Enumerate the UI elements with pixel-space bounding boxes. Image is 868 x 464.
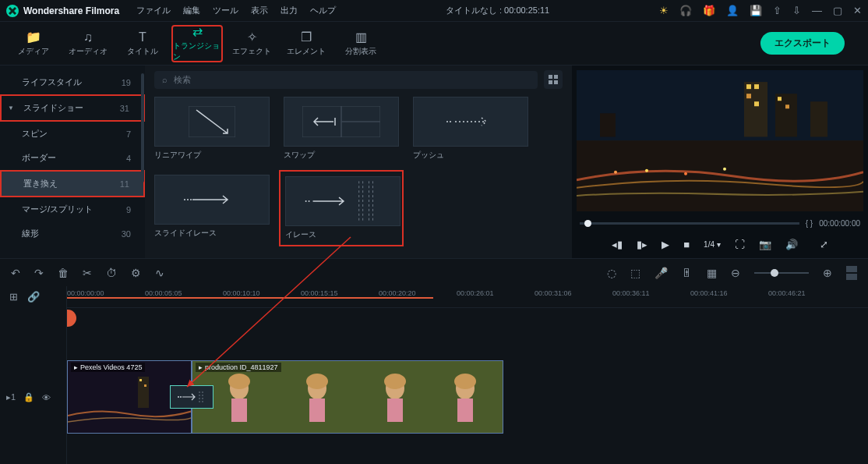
sidebar-scrollbar[interactable] <box>141 73 144 182</box>
thumb-push[interactable]: プッシュ <box>413 97 528 161</box>
ruler-tick: 00:00:15:15 <box>301 289 338 297</box>
tl-layout-icon[interactable]: ⊞ <box>9 291 18 303</box>
mic-icon[interactable]: 🎤 <box>655 267 668 279</box>
time-ruler[interactable]: 00:00:00:0000:00:05:0500:00:10:1000:00:1… <box>67 286 868 308</box>
mixer-icon[interactable]: 🎚 <box>682 267 693 279</box>
cat-replace[interactable]: 置き換え11 <box>0 170 145 197</box>
user-icon[interactable]: 👤 <box>726 5 739 16</box>
menu-file[interactable]: ファイル <box>136 5 171 16</box>
grid-view-toggle[interactable] <box>544 70 563 89</box>
redo-icon[interactable]: ↷ <box>34 267 44 279</box>
thumb-swap[interactable]: スワップ <box>284 97 399 161</box>
volume-icon[interactable]: 🔊 <box>785 239 798 250</box>
cat-slideshow[interactable]: スライドショー31 <box>0 94 145 122</box>
zoom-slider[interactable] <box>754 272 809 274</box>
delete-icon[interactable]: 🗑 <box>58 267 69 279</box>
sun-icon[interactable]: ☀ <box>659 5 669 16</box>
zoom-in-icon[interactable]: ⊕ <box>823 267 832 279</box>
titlebar-actions: ☀ 🎧 🎁 👤 💾 ⇧ ⇩ — ▢ ✕ <box>659 5 862 16</box>
svg-rect-30 <box>600 113 616 136</box>
svg-rect-23 <box>754 84 759 89</box>
clip-2[interactable]: ▸production ID_4811927 <box>192 360 503 434</box>
timeline-tracks[interactable]: 00:00:00:0000:00:05:0500:00:10:1000:00:1… <box>67 286 868 464</box>
ruler-tick: 00:00:10:10 <box>223 289 260 297</box>
eye-icon[interactable]: 👁 <box>42 393 51 402</box>
audio-wave-icon[interactable]: ∿ <box>155 267 164 279</box>
close-icon[interactable]: ✕ <box>853 5 862 16</box>
asset-tabs: 📁メディア ♫オーディオ Tタイトル ⇄トランジション ✧エフェクト ❐エレメン… <box>0 22 868 66</box>
tab-transition[interactable]: ⇄トランジション <box>171 25 223 62</box>
speed-label[interactable]: 1/4 ▾ <box>704 240 721 249</box>
preview-scrubber[interactable]: { } 00:00:00:00 <box>572 216 868 230</box>
play-icon[interactable]: ▶ <box>662 239 669 250</box>
svg-rect-50 <box>457 398 473 422</box>
effect-icon: ✧ <box>247 30 257 44</box>
tab-effect[interactable]: ✧エフェクト <box>226 25 277 62</box>
thumb-slide-erase[interactable]: スライドイレース <box>154 175 270 242</box>
menu-tool[interactable]: ツール <box>213 5 238 16</box>
search-input[interactable]: ⌕ 検索 <box>154 71 538 89</box>
cat-lifestyle[interactable]: ライフスタイル19 <box>0 70 145 94</box>
svg-rect-6 <box>341 106 380 122</box>
music-icon: ♫ <box>83 30 93 44</box>
thumbs-container: リニアワイプ スワップ プッシュ スライドイレース イレース <box>154 97 563 242</box>
svg-point-11 <box>187 199 189 200</box>
cat-border[interactable]: ボーダー4 <box>0 146 145 170</box>
cat-linear[interactable]: 線形30 <box>0 221 145 246</box>
crop-icon[interactable]: ⛶ <box>735 239 745 250</box>
tl-link-icon[interactable]: 🔗 <box>27 291 40 303</box>
thumb-linear-wipe[interactable]: リニアワイプ <box>154 97 270 161</box>
step-back-icon[interactable]: ▮▸ <box>637 239 647 250</box>
tab-split[interactable]: ▥分割表示 <box>335 25 386 62</box>
video-track[interactable]: ▸Pexels Videos 4725 ▸production ID_48119… <box>67 360 868 435</box>
ruler-tick: 00:00:46:21 <box>768 289 806 297</box>
menu-help[interactable]: ヘルプ <box>310 5 336 16</box>
svg-rect-3 <box>554 80 558 84</box>
svg-point-53 <box>180 396 182 398</box>
svg-rect-1 <box>554 75 558 79</box>
download-icon[interactable]: ⇩ <box>792 5 801 16</box>
tab-title[interactable]: Tタイトル <box>117 25 168 62</box>
undo-icon[interactable]: ↶ <box>11 267 20 279</box>
cat-spin[interactable]: スピン7 <box>0 122 145 146</box>
marker-icon[interactable]: ⬚ <box>630 267 640 279</box>
zoom-out-icon[interactable]: ⊖ <box>731 267 740 279</box>
search-placeholder: 検索 <box>174 74 191 86</box>
headset-icon[interactable]: 🎧 <box>679 5 692 16</box>
minimize-icon[interactable]: — <box>812 5 822 16</box>
tab-element[interactable]: ❐エレメント <box>281 25 332 62</box>
gift-icon[interactable]: 🎁 <box>703 5 715 16</box>
svg-rect-22 <box>746 84 751 89</box>
timeline-header: ⊞ 🔗 ▸1 🔒 👁 <box>0 286 67 464</box>
settings-icon[interactable]: ⚙ <box>131 267 141 279</box>
svg-point-8 <box>446 121 448 122</box>
main-area: ライフスタイル19 スライドショー31 スピン7 ボーダー4 置き換え11 マー… <box>0 66 868 258</box>
stop-icon[interactable]: ■ <box>683 239 690 250</box>
folder-icon: 📁 <box>26 30 41 44</box>
timeline: ⊞ 🔗 ▸1 🔒 👁 00:00:00:0000:00:05:0500:00:1… <box>0 286 868 464</box>
maximize-icon[interactable]: ▢ <box>833 5 842 16</box>
track-header-video[interactable]: ▸1 🔒 👁 <box>6 392 51 402</box>
speed-icon[interactable]: ⏱ <box>106 267 117 279</box>
thumb-erase[interactable]: イレース <box>284 175 399 242</box>
fullscreen-icon[interactable]: ⤢ <box>820 239 828 250</box>
camera-icon[interactable]: 📷 <box>759 239 771 250</box>
render-icon[interactable]: ◌ <box>607 267 616 279</box>
export-button[interactable]: エクスポート <box>760 32 845 55</box>
menu-output[interactable]: 出力 <box>281 5 298 16</box>
lock-icon[interactable]: 🔒 <box>23 392 34 402</box>
tab-audio[interactable]: ♫オーディオ <box>62 25 114 62</box>
save-icon[interactable]: 💾 <box>750 5 762 16</box>
svg-rect-7 <box>341 122 380 137</box>
menu-edit[interactable]: 編集 <box>183 5 200 16</box>
cat-merge[interactable]: マージ/スプリット9 <box>0 197 145 221</box>
app-logo: Wondershare Filmora <box>6 5 119 17</box>
transition-chip[interactable] <box>170 385 213 409</box>
manage-icon[interactable]: ▦ <box>707 267 717 279</box>
preview-viewport[interactable] <box>577 70 863 211</box>
prev-frame-icon[interactable]: ◂▮ <box>612 239 623 250</box>
menu-view[interactable]: 表示 <box>251 5 268 16</box>
tab-media[interactable]: 📁メディア <box>8 25 59 62</box>
upload-icon[interactable]: ⇧ <box>773 5 782 16</box>
cut-icon[interactable]: ✂ <box>83 267 92 279</box>
